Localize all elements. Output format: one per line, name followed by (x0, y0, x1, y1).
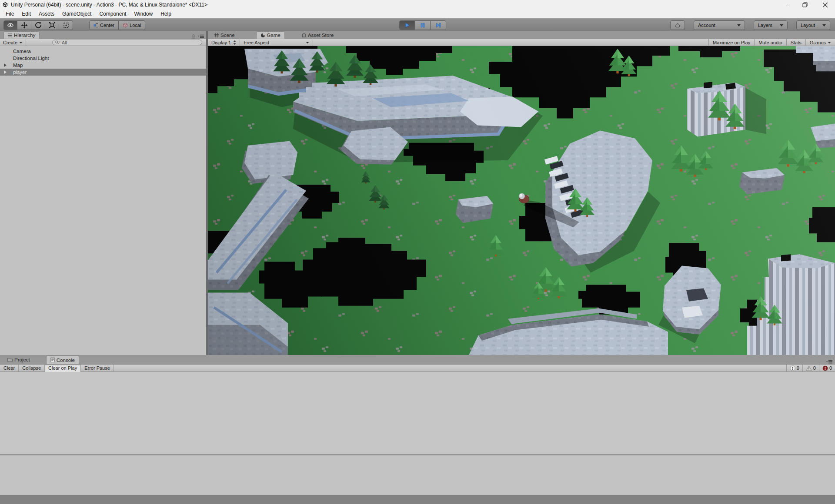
tab-console[interactable]: Console (46, 355, 79, 364)
chevron-down-icon (822, 24, 826, 27)
chevron-down-icon (306, 42, 309, 43)
rotate-icon (35, 22, 42, 29)
hand-tool-button[interactable] (3, 20, 17, 30)
status-bar (0, 495, 835, 504)
restore-button[interactable] (795, 0, 815, 10)
tab-scene[interactable]: Scene (210, 31, 239, 39)
search-filter-label: All (62, 40, 67, 45)
minimize-button[interactable] (775, 0, 795, 10)
hierarchy-panel: Hierarchy Create All Came (0, 31, 206, 355)
hierarchy-item-player[interactable]: player (0, 69, 206, 76)
cloud-icon (675, 23, 681, 28)
console-log-list[interactable] (0, 372, 835, 454)
unity-logo-icon (2, 2, 8, 8)
game-icon (261, 33, 265, 38)
warning-count-toggle[interactable]: 0 (802, 365, 819, 372)
chevron-down-icon (780, 24, 783, 27)
warning-icon (806, 365, 812, 371)
hierarchy-item-directional-light[interactable]: Directional Light (0, 55, 206, 62)
pivot-icon (94, 23, 98, 28)
move-icon (21, 22, 28, 29)
play-button[interactable] (399, 20, 415, 30)
menu-window[interactable]: Window (130, 10, 157, 18)
updown-arrows-icon (233, 40, 236, 45)
scale-icon (49, 22, 56, 29)
clear-button[interactable]: Clear (0, 365, 19, 372)
rotation-local-button[interactable]: Local (119, 20, 145, 30)
menu-bar: File Edit Assets GameObject Component Wi… (0, 10, 835, 18)
pause-button[interactable] (415, 20, 431, 30)
console-detail-pane (0, 455, 835, 495)
rotate-tool-button[interactable] (31, 20, 45, 30)
cube-icon (123, 23, 128, 28)
tab-project[interactable]: Project (3, 355, 34, 364)
step-button[interactable] (431, 20, 446, 30)
mute-audio-toggle[interactable]: Mute audio (754, 39, 786, 46)
aspect-dropdown[interactable]: Free Aspect (240, 39, 313, 46)
panel-menu-icon[interactable] (198, 34, 204, 39)
search-input[interactable]: All (52, 40, 202, 45)
chevron-down-icon (19, 42, 23, 43)
gizmos-dropdown[interactable]: Gizmos (805, 39, 835, 46)
account-dropdown[interactable]: Account (694, 20, 745, 30)
close-button[interactable] (815, 0, 835, 10)
scale-tool-button[interactable] (45, 20, 59, 30)
tab-game[interactable]: Game (256, 31, 285, 39)
expand-arrow-icon[interactable] (4, 63, 7, 67)
window-title: Unity Personal (64bit) - scene.unity - A… (11, 2, 207, 8)
tab-hierarchy[interactable]: Hierarchy (3, 31, 40, 39)
pivot-center-button[interactable]: Center (89, 20, 119, 30)
hierarchy-tab-bar: Hierarchy (0, 31, 206, 39)
info-count-toggle[interactable]: 0 (786, 365, 802, 372)
maximize-on-play-toggle[interactable]: Maximize on Play (708, 39, 754, 46)
title-bar: Unity Personal (64bit) - scene.unity - A… (0, 0, 835, 10)
display-dropdown[interactable]: Display 1 (208, 39, 240, 46)
game-area: Scene Game Asset Store Display 1 Free As… (208, 31, 835, 355)
game-viewport[interactable] (208, 46, 835, 355)
console-doc-icon (50, 358, 55, 362)
chevron-down-icon (737, 24, 741, 27)
game-view-toolbar: Display 1 Free Aspect Maximize on Play M… (208, 39, 835, 46)
play-icon (404, 22, 410, 28)
create-button[interactable]: Create (0, 39, 26, 46)
main-toolbar: Center Local (0, 18, 835, 31)
hierarchy-item-map[interactable]: Map (0, 62, 206, 69)
clear-on-play-toggle[interactable]: Clear on Play (45, 365, 81, 372)
scene-grid-icon (214, 33, 219, 37)
cloud-button[interactable] (670, 20, 685, 30)
search-icon (55, 40, 60, 44)
stats-toggle[interactable]: Stats (786, 39, 805, 46)
collapse-toggle[interactable]: Collapse (19, 365, 45, 372)
console-panel: Project Console Clear Collapse Clear on … (0, 355, 835, 495)
chevron-down-icon (828, 42, 831, 43)
rect-tool-button[interactable] (59, 20, 73, 30)
panel-menu-icon[interactable] (826, 360, 832, 364)
error-icon (822, 365, 828, 371)
menu-component[interactable]: Component (95, 10, 130, 18)
expand-arrow-icon[interactable] (4, 70, 7, 74)
menu-assets[interactable]: Assets (35, 10, 58, 18)
move-tool-button[interactable] (17, 20, 31, 30)
pause-icon (420, 22, 426, 28)
lock-icon[interactable] (191, 34, 196, 39)
error-count-toggle[interactable]: 0 (819, 365, 835, 372)
hierarchy-list: Camera Directional Light Map player (0, 46, 206, 355)
lighting-overlay (208, 46, 835, 355)
layout-dropdown[interactable]: Layout (796, 20, 830, 30)
game-scene (208, 46, 835, 355)
menu-gameobject[interactable]: GameObject (58, 10, 95, 18)
hierarchy-toolbar: Create All (0, 39, 206, 46)
menu-help[interactable]: Help (157, 10, 175, 18)
menu-file[interactable]: File (2, 10, 18, 18)
rect-tool-icon (63, 22, 70, 29)
tab-asset-store[interactable]: Asset Store (298, 31, 337, 39)
eye-icon (7, 22, 14, 29)
step-icon (435, 22, 441, 28)
menu-edit[interactable]: Edit (18, 10, 35, 18)
info-icon (790, 365, 795, 371)
folder-icon (7, 358, 13, 362)
error-pause-toggle[interactable]: Error Pause (81, 365, 114, 372)
console-toolbar: Clear Collapse Clear on Play Error Pause… (0, 365, 835, 372)
layers-dropdown[interactable]: Layers (754, 20, 788, 30)
hierarchy-item-camera[interactable]: Camera (0, 48, 206, 55)
